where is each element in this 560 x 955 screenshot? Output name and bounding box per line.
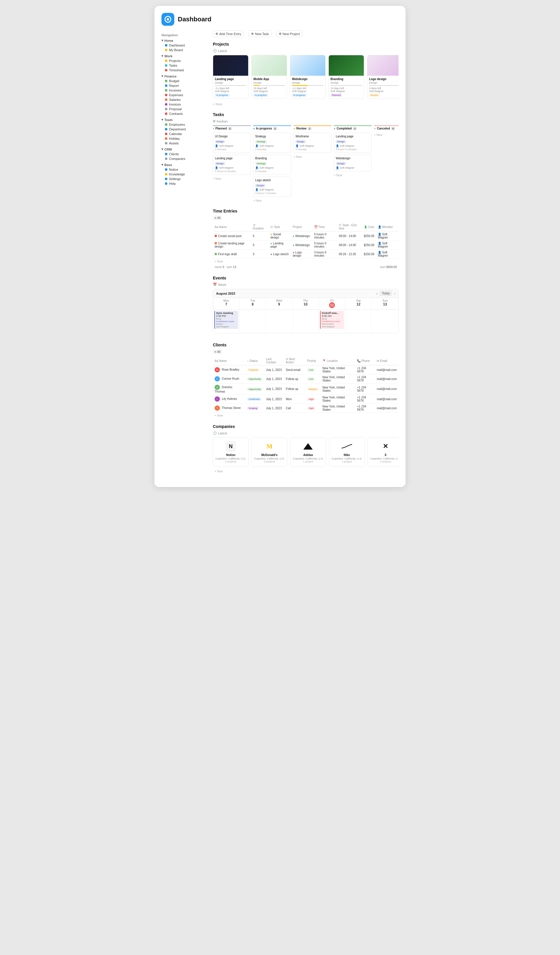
sidebar-item-notice[interactable]: Notice <box>161 167 208 172</box>
sidebar-item-knowledge[interactable]: Knowledge <box>161 172 208 177</box>
sidebar-item-contracts[interactable]: Contracts <box>161 111 208 116</box>
table-row[interactable]: D Dominic Thomas Opportunity July 1, 202… <box>213 384 399 395</box>
add-task-completed-btn[interactable]: + New <box>334 173 372 177</box>
sidebar-item-help[interactable]: Help <box>161 181 208 186</box>
clock-icon: 🕐 <box>213 431 217 435</box>
table-row[interactable]: R Rose Bradley Proposal July 1, 2023 Sen… <box>213 365 399 374</box>
time-entries-table: Aa Name ⏱ Duration ☑ Task Project ⏰ Time… <box>213 222 399 259</box>
sidebar-item-settings[interactable]: Settings <box>161 177 208 181</box>
task-card[interactable]: Branding Strategy 👤 Soft Wagner 0 minute… <box>253 155 291 175</box>
sidebar-work-header[interactable]: ▾ Work <box>161 53 208 58</box>
task-card[interactable]: Landing page Design 👤 Soft Wagner 5 hour… <box>334 133 372 153</box>
tasks-filter[interactable]: ⊞ Kanban <box>213 119 399 123</box>
add-company-btn[interactable]: + New <box>213 468 399 474</box>
col-cost: 💲 Cost <box>362 222 376 232</box>
task-card[interactable]: UI Design Design 👤 Soft Wagner 0 minutes <box>213 133 251 153</box>
add-project-btn[interactable]: + New <box>213 102 399 106</box>
company-card[interactable]: Nike Cupertino, California, U.S. 1 proje… <box>329 437 365 467</box>
help-icon <box>165 182 167 185</box>
sidebar-finance-header[interactable]: ▾ Finance <box>161 74 208 78</box>
table-row[interactable]: L Lily Holmes Confirmed July 1, 2023 Won… <box>213 395 399 404</box>
event-tool: Notion <box>216 323 237 326</box>
event-item[interactable]: Kickoff mee... 9:00 AM Busy Conference r… <box>320 311 344 329</box>
holiday-icon <box>165 138 167 140</box>
company-card[interactable]: ✕ X Cupertino, California, U.S. 2 projec… <box>368 437 399 467</box>
task-card[interactable]: Wireframe Design 👤 Soft Wagner 0 minutes <box>293 133 331 153</box>
user-icon: 👤 <box>378 233 381 236</box>
sidebar-base-header[interactable]: ▾ Base <box>161 162 208 167</box>
sidebar-item-invoices[interactable]: Invoices <box>161 102 208 107</box>
task-card[interactable]: Logo sketch Design 👤 Soft Wagner 3 hours… <box>253 177 291 197</box>
add-time-entry-button[interactable]: ⊕ Add Time Entry <box>213 30 244 37</box>
sidebar-item-proposal[interactable]: Proposal <box>161 107 208 111</box>
clients-filter[interactable]: ≡ All <box>213 350 222 354</box>
add-task-planned-btn[interactable]: + New <box>213 177 251 181</box>
table-row[interactable]: C Connor Rush Opportunity July 1, 2023 F… <box>213 374 399 384</box>
prev-week-button[interactable]: ‹ <box>376 291 377 296</box>
sidebar-item-dashboard[interactable]: Dashboard <box>161 43 208 48</box>
today-button[interactable]: Today <box>380 291 392 296</box>
task-card[interactable]: Landing page Design 👤 Soft Wagner 5 hour… <box>213 155 251 175</box>
table-row[interactable]: T Thomas Stone Scoping July 1, 2023 Call… <box>213 404 399 413</box>
project-card[interactable]: Landing page Design -11 days left Soft W… <box>213 55 248 99</box>
sidebar-item-employees[interactable]: Employees <box>161 122 208 127</box>
sidebar-item-projects[interactable]: Projects <box>161 58 208 63</box>
project-name: Landing page <box>215 77 246 81</box>
add-client-btn[interactable]: + New <box>213 413 399 418</box>
sidebar-team-header[interactable]: ▾ Team <box>161 117 208 122</box>
companies-title: Companies <box>213 424 399 429</box>
time-entries-filter[interactable]: ≡ All <box>213 216 222 220</box>
task-card[interactable]: Strategy Strategy 👤 Soft Wagner 0 minute… <box>253 133 291 153</box>
sidebar-crm-header[interactable]: ▾ CRM <box>161 147 208 152</box>
company-location: Cupertino, California, U.S. <box>293 457 323 460</box>
table-row[interactable]: Create social post 5 ● Social design ● W… <box>213 232 399 241</box>
sidebar-item-holiday[interactable]: Holiday <box>161 136 208 141</box>
company-card[interactable]: M McDonald's Cupertino, California, U.S.… <box>252 437 288 467</box>
task-card[interactable]: Webdesign Design 👤 Soft Wagner <box>334 155 372 171</box>
event-item[interactable]: Sync meeting 2:30 PM Busy Conference roo… <box>214 311 238 329</box>
project-card[interactable]: Mobile App Design 19 days left Soft Wagn… <box>251 55 287 99</box>
sidebar-item-salaries[interactable]: Salaries <box>161 97 208 102</box>
sidebar-item-myboard[interactable]: My Board <box>161 48 208 52</box>
priority-badge: High <box>307 398 315 401</box>
sidebar-item-calendar[interactable]: Calendar <box>161 132 208 136</box>
user-icon: 👤 <box>378 251 381 254</box>
sidebar-item-clients[interactable]: Clients <box>161 152 208 157</box>
sidebar-item-tasks[interactable]: Tasks <box>161 63 208 68</box>
sidebar-item-department[interactable]: Department <box>161 127 208 132</box>
sidebar-item-incomes[interactable]: Incomes <box>161 88 208 93</box>
sidebar-item-report[interactable]: Report <box>161 83 208 88</box>
projects-filter[interactable]: 🕐 Latest <box>213 49 399 53</box>
invoices-icon <box>165 103 167 105</box>
next-week-button[interactable]: › <box>394 291 395 296</box>
company-card[interactable]: Adidas Cupertino, California, U.S. 1 pro… <box>290 437 326 467</box>
new-task-button[interactable]: ⊕ New Task <box>248 30 271 37</box>
calendar-icon <box>165 133 167 135</box>
table-row[interactable]: First logo draft 3 ● Logo sketch ● Logo … <box>213 250 399 259</box>
project-card[interactable]: Branding Design 19 days left Soft Wagner… <box>329 55 364 99</box>
sidebar-item-assets[interactable]: Assets <box>161 141 208 146</box>
add-time-entry-table-btn[interactable]: + New <box>213 259 399 264</box>
task-column-completed: ● Completed 1 Landing page Design 👤 Soft… <box>334 125 372 203</box>
task-column-header: ● Review 1 <box>293 125 331 131</box>
status-badge: Proposal <box>247 368 260 371</box>
project-card[interactable]: Logo design Design 0 days left Soft Wagn… <box>367 55 399 99</box>
project-card[interactable]: Webdesign Design -11 days left Soft Wagn… <box>290 55 326 99</box>
events-filter[interactable]: 📅 Week <box>213 283 399 286</box>
sidebar-item-budget[interactable]: Budget <box>161 78 208 83</box>
add-task-review-btn[interactable]: + New <box>293 155 331 159</box>
status-badge: Review <box>369 94 379 97</box>
add-task-inprogress-btn[interactable]: + New <box>253 199 291 203</box>
sidebar-item-expenses[interactable]: Expenses <box>161 93 208 97</box>
sidebar-home-header[interactable]: ▾ Home <box>161 38 208 43</box>
companies-filter[interactable]: 🕐 Latest <box>213 431 399 435</box>
clients-icon <box>165 153 167 155</box>
task-assignee: 👤 Soft Wagner <box>255 166 289 169</box>
table-row[interactable]: Create landing page design 5 ● Landing p… <box>213 241 399 250</box>
sidebar-item-companies[interactable]: Companies <box>161 157 208 161</box>
new-project-button[interactable]: ⊕ New Project <box>276 30 303 37</box>
salaries-icon <box>165 99 167 101</box>
company-card[interactable]: N Notion Cupertino, California, U.S. 2 p… <box>213 437 249 467</box>
add-task-cancelled-btn[interactable]: + New <box>374 133 399 137</box>
sidebar-item-timesheet[interactable]: Timesheet <box>161 68 208 72</box>
